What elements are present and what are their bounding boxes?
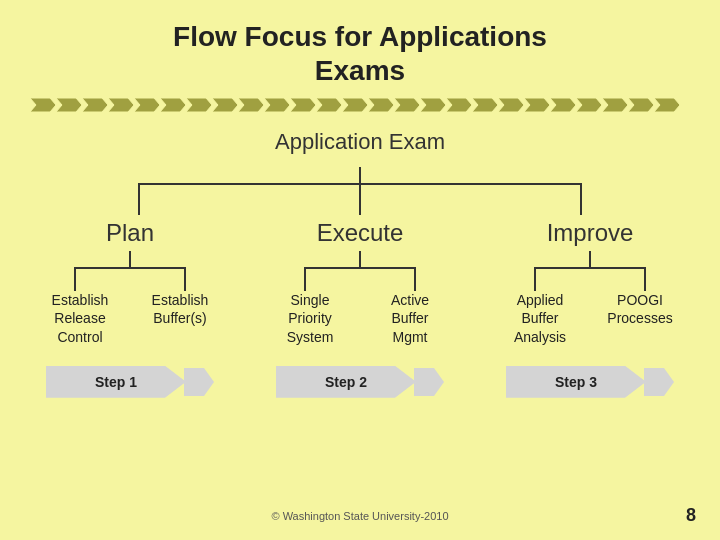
svg-marker-24 bbox=[654, 98, 680, 112]
svg-marker-6 bbox=[186, 98, 212, 112]
step-3-arrow-icon bbox=[644, 364, 674, 400]
top-bracket bbox=[30, 183, 690, 215]
slide: Flow Focus for Applications Exams Applic… bbox=[0, 0, 720, 540]
step-3-group: Step 3 bbox=[490, 364, 690, 400]
col-plan: Plan EstablishReleaseControl EstablishBu… bbox=[30, 215, 230, 346]
improve-bracket bbox=[510, 267, 670, 291]
svg-marker-0 bbox=[30, 98, 56, 112]
improve-sub-items: AppliedBufferAnalysis POOGIProcesses bbox=[490, 291, 690, 346]
svg-marker-20 bbox=[550, 98, 576, 112]
svg-marker-18 bbox=[498, 98, 524, 112]
improve-item-1: POOGIProcesses bbox=[590, 291, 690, 346]
execute-item-1: ActiveBufferMgmt bbox=[360, 291, 460, 346]
svg-marker-4 bbox=[134, 98, 160, 112]
col-improve-label: Improve bbox=[547, 215, 634, 251]
svg-marker-13 bbox=[368, 98, 394, 112]
divider bbox=[30, 97, 690, 115]
svg-marker-21 bbox=[576, 98, 602, 112]
step-2-button[interactable]: Step 2 bbox=[276, 366, 416, 398]
svg-marker-3 bbox=[108, 98, 134, 112]
col-execute-label: Execute bbox=[317, 215, 404, 251]
svg-marker-1 bbox=[56, 98, 82, 112]
col-plan-label: Plan bbox=[106, 215, 154, 251]
col-execute: Execute SinglePrioritySystem ActiveBuffe… bbox=[260, 215, 460, 346]
divider-arrows-icon bbox=[30, 97, 690, 115]
svg-marker-7 bbox=[212, 98, 238, 112]
bracket-vline-center bbox=[359, 183, 361, 215]
execute-sub-items: SinglePrioritySystem ActiveBufferMgmt bbox=[260, 291, 460, 346]
section-label: Application Exam bbox=[275, 129, 445, 155]
main-columns: Plan EstablishReleaseControl EstablishBu… bbox=[30, 215, 690, 346]
step-1-arrow-icon bbox=[184, 364, 214, 400]
svg-marker-27 bbox=[644, 368, 674, 396]
svg-marker-5 bbox=[160, 98, 186, 112]
svg-marker-9 bbox=[264, 98, 290, 112]
step-3-button[interactable]: Step 3 bbox=[506, 366, 646, 398]
step-2-arrow-icon bbox=[414, 364, 444, 400]
app-exam-section: Application Exam Plan EstablishR bbox=[30, 129, 690, 400]
svg-marker-26 bbox=[414, 368, 444, 396]
col-improve: Improve AppliedBufferAnalysis POOGIProce… bbox=[490, 215, 690, 346]
page-number: 8 bbox=[686, 505, 696, 526]
svg-marker-12 bbox=[342, 98, 368, 112]
svg-marker-16 bbox=[446, 98, 472, 112]
svg-marker-8 bbox=[238, 98, 264, 112]
step-2-group: Step 2 bbox=[260, 364, 460, 400]
plan-sub-items: EstablishReleaseControl EstablishBuffer(… bbox=[30, 291, 230, 346]
bracket-vline-right bbox=[580, 183, 582, 215]
svg-marker-11 bbox=[316, 98, 342, 112]
app-connector bbox=[359, 167, 361, 183]
plan-connector bbox=[129, 251, 131, 267]
bracket-vline-left bbox=[138, 183, 140, 215]
step-1-button[interactable]: Step 1 bbox=[46, 366, 186, 398]
execute-bracket bbox=[280, 267, 440, 291]
execute-connector bbox=[359, 251, 361, 267]
svg-marker-25 bbox=[184, 368, 214, 396]
plan-item-0: EstablishReleaseControl bbox=[30, 291, 130, 346]
svg-marker-17 bbox=[472, 98, 498, 112]
svg-marker-22 bbox=[602, 98, 628, 112]
improve-connector bbox=[589, 251, 591, 267]
plan-bracket bbox=[50, 267, 210, 291]
step-1-group: Step 1 bbox=[30, 364, 230, 400]
svg-marker-2 bbox=[82, 98, 108, 112]
svg-marker-19 bbox=[524, 98, 550, 112]
plan-item-1: EstablishBuffer(s) bbox=[130, 291, 230, 346]
execute-item-0: SinglePrioritySystem bbox=[260, 291, 360, 346]
svg-marker-15 bbox=[420, 98, 446, 112]
steps-row: Step 1 Step 2 Step 3 bbox=[30, 364, 690, 400]
improve-item-0: AppliedBufferAnalysis bbox=[490, 291, 590, 346]
svg-marker-10 bbox=[290, 98, 316, 112]
svg-marker-14 bbox=[394, 98, 420, 112]
svg-marker-23 bbox=[628, 98, 654, 112]
copyright: © Washington State University-2010 bbox=[271, 510, 448, 522]
slide-title: Flow Focus for Applications Exams bbox=[30, 20, 690, 87]
